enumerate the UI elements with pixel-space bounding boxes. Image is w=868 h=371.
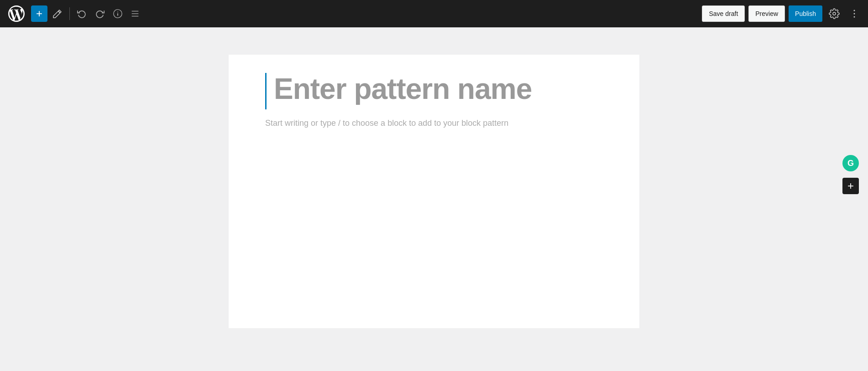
svg-point-7	[854, 10, 855, 11]
save-draft-button[interactable]: Save draft	[702, 5, 745, 22]
pattern-title-container: Enter pattern name	[265, 73, 603, 109]
wp-logo[interactable]	[5, 0, 27, 27]
add-block-button[interactable]: +	[31, 5, 47, 22]
tools-button[interactable]	[49, 5, 66, 22]
editor-toolbar: + Save draft Previ	[0, 0, 868, 27]
pen-icon	[52, 8, 63, 19]
svg-point-8	[854, 13, 855, 15]
block-placeholder-text[interactable]: Start writing or type / to choose a bloc…	[265, 119, 603, 128]
redo-icon	[95, 9, 105, 18]
editor-content: Enter pattern name Start writing or type…	[229, 55, 639, 328]
grammarly-button[interactable]: G	[842, 155, 859, 171]
svg-point-6	[833, 12, 836, 15]
redo-button[interactable]	[92, 5, 108, 22]
settings-button[interactable]	[826, 5, 842, 22]
title-cursor-border	[265, 73, 267, 109]
floating-add-block-button[interactable]: +	[842, 178, 859, 194]
gear-icon	[829, 8, 840, 19]
toolbar-divider	[69, 7, 70, 20]
pattern-title-input[interactable]: Enter pattern name	[274, 73, 603, 105]
info-button[interactable]	[110, 6, 125, 21]
more-vertical-icon	[849, 8, 860, 19]
list-view-icon	[130, 9, 140, 19]
undo-button[interactable]	[73, 5, 90, 22]
preview-button[interactable]: Preview	[748, 5, 785, 22]
toolbar-right: Save draft Preview Publish	[702, 5, 863, 22]
list-view-button[interactable]	[127, 6, 143, 21]
wp-logo-icon	[8, 5, 25, 22]
undo-icon	[77, 9, 86, 18]
editor-area: Enter pattern name Start writing or type…	[0, 27, 868, 371]
info-icon	[113, 9, 123, 19]
more-menu-button[interactable]	[846, 5, 863, 22]
svg-point-9	[854, 16, 855, 18]
publish-button[interactable]: Publish	[789, 5, 822, 22]
